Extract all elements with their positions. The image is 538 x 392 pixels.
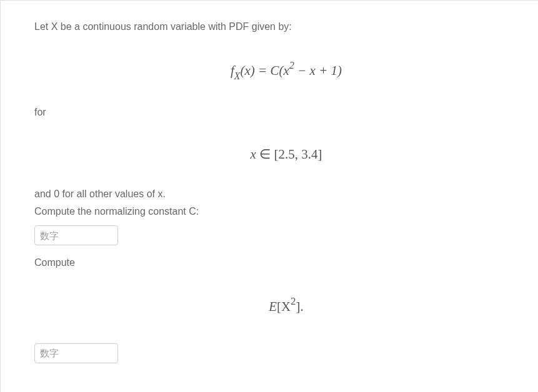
- for-text: for: [34, 105, 538, 120]
- question-container: Let X be a continuous random variable wi…: [0, 0, 538, 392]
- intro-text: Let X be a continuous random variable wi…: [34, 19, 538, 34]
- formula-f: f: [231, 63, 234, 78]
- formula-sup-2: 2: [289, 59, 294, 71]
- expectation-input[interactable]: [34, 343, 118, 363]
- constant-c-input[interactable]: [34, 225, 118, 245]
- formula-rest: − x + 1): [294, 63, 342, 78]
- and-zero-text: and 0 for all other values of x.: [34, 187, 538, 202]
- domain-interval: x ∈ [2.5, 3.4]: [251, 147, 322, 162]
- domain-formula: x ∈ [2.5, 3.4]: [34, 122, 538, 187]
- pdf-formula: fX(x) = C(x2 − x + 1): [34, 37, 538, 105]
- expectation-open: [X: [277, 299, 291, 314]
- expectation-e: E: [269, 299, 277, 314]
- compute-text: Compute: [34, 255, 538, 270]
- expectation-sup: 2: [291, 295, 296, 307]
- formula-open: (x) = C(x: [240, 63, 289, 78]
- expectation-close: ].: [296, 299, 303, 314]
- formula-sub-x: X: [234, 71, 241, 81]
- compute-c-text: Compute the normalizing constant C:: [34, 204, 538, 219]
- expectation-formula: E[X2].: [34, 273, 538, 340]
